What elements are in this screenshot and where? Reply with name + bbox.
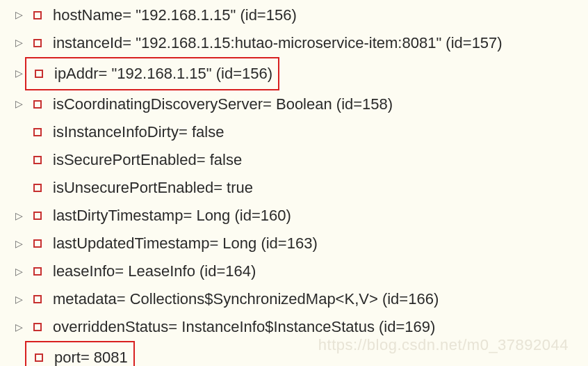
expand-arrow-icon[interactable]: ▷ <box>13 207 25 225</box>
expand-arrow-icon[interactable]: ▷ <box>13 95 25 113</box>
object-box-icon <box>33 239 42 248</box>
object-box-icon <box>33 128 42 136</box>
variable-text: overriddenStatus= InstanceInfo$InstanceS… <box>53 313 435 341</box>
object-box-icon <box>33 11 42 19</box>
expand-arrow-icon[interactable]: ▷ <box>13 34 25 51</box>
highlight-box: port= 8081 <box>25 341 135 366</box>
expand-arrow-icon[interactable]: ▷ <box>13 319 25 336</box>
variable-row[interactable]: ▷isCoordinatingDiscoveryServer= Boolean … <box>13 90 588 118</box>
highlight-box: ipAddr= "192.168.1.15" (id=156) <box>25 57 279 90</box>
expand-arrow-icon[interactable]: ▷ <box>13 263 25 280</box>
variable-row[interactable]: ▷isSecurePortEnabled= false <box>13 146 588 174</box>
variable-row[interactable]: ▷hostName= "192.168.1.15" (id=156) <box>13 1 588 29</box>
object-box-icon <box>33 184 42 192</box>
variable-row[interactable]: ▷port= 8081 <box>13 341 588 366</box>
variable-text: port= 8081 <box>54 344 128 366</box>
variable-row[interactable]: ▷leaseInfo= LeaseInfo (id=164) <box>13 257 588 285</box>
variable-text: hostName= "192.168.1.15" (id=156) <box>53 1 297 29</box>
variable-row[interactable]: ▷lastUpdatedTimestamp= Long (id=163) <box>13 230 588 257</box>
variable-row[interactable]: ▷instanceId= "192.168.1.15:hutao-microse… <box>13 29 588 57</box>
variable-row[interactable]: ▷metadata= Collections$SynchronizedMap<K… <box>13 285 588 313</box>
expand-arrow-icon[interactable]: ▷ <box>13 291 25 308</box>
object-box-icon <box>35 353 43 362</box>
variable-text: metadata= Collections$SynchronizedMap<K,… <box>53 285 439 313</box>
object-box-icon <box>33 156 42 164</box>
variable-text: lastDirtyTimestamp= Long (id=160) <box>53 202 291 230</box>
variable-text: isInstanceInfoDirty= false <box>53 118 224 146</box>
object-box-icon <box>35 70 43 78</box>
variable-row[interactable]: ▷overriddenStatus= InstanceInfo$Instance… <box>13 313 588 341</box>
variable-row[interactable]: ▷isUnsecurePortEnabled= true <box>13 174 588 202</box>
object-box-icon <box>33 295 42 303</box>
object-box-icon <box>33 212 42 220</box>
variable-row[interactable]: ▷ipAddr= "192.168.1.15" (id=156) <box>13 57 588 90</box>
object-box-icon <box>33 100 42 109</box>
expand-arrow-icon[interactable]: ▷ <box>13 6 25 24</box>
variable-text: lastUpdatedTimestamp= Long (id=163) <box>53 230 318 257</box>
variable-text: isSecurePortEnabled= false <box>53 146 242 174</box>
object-box-icon <box>33 39 42 47</box>
variable-text: instanceId= "192.168.1.15:hutao-microser… <box>53 29 503 57</box>
variable-row[interactable]: ▷lastDirtyTimestamp= Long (id=160) <box>13 202 588 230</box>
variable-text: leaseInfo= LeaseInfo (id=164) <box>53 257 256 285</box>
expand-arrow-icon[interactable]: ▷ <box>13 235 25 253</box>
variable-text: isCoordinatingDiscoveryServer= Boolean (… <box>53 90 393 118</box>
variable-row[interactable]: ▷isInstanceInfoDirty= false <box>13 118 588 146</box>
variable-text: isUnsecurePortEnabled= true <box>53 174 253 202</box>
object-box-icon <box>33 267 42 276</box>
variable-text: ipAddr= "192.168.1.15" (id=156) <box>54 60 272 88</box>
expand-arrow-icon[interactable]: ▷ <box>13 65 25 82</box>
object-box-icon <box>33 323 42 331</box>
